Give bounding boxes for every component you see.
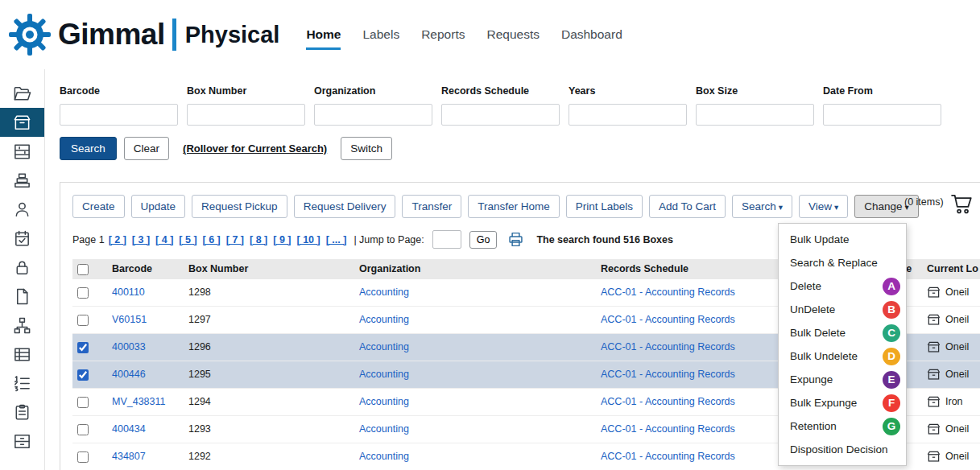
page-link-4[interactable]: [ 4 ] bbox=[155, 234, 173, 245]
sidebar-item-archive[interactable] bbox=[0, 427, 44, 456]
organization-link[interactable]: Accounting bbox=[359, 287, 409, 298]
transfer-home-button[interactable]: Transfer Home bbox=[468, 195, 560, 218]
menu-item-search-replace[interactable]: Search & Replace bbox=[779, 251, 906, 274]
select-all-header bbox=[72, 259, 107, 279]
page-link-7[interactable]: [ 7 ] bbox=[226, 234, 244, 245]
current-location-cell: Oneil bbox=[927, 279, 980, 306]
page-link-5[interactable]: [ 5 ] bbox=[179, 234, 196, 245]
records-schedule-link[interactable]: ACC-01 - Accounting Records bbox=[601, 423, 735, 435]
row-checkbox[interactable] bbox=[77, 424, 89, 435]
sidebar-item-numbering[interactable] bbox=[0, 369, 44, 398]
sidebar-item-hierarchy[interactable] bbox=[0, 311, 44, 340]
menu-item-bulk-undelete[interactable]: Bulk UndeleteD bbox=[779, 344, 906, 368]
print-labels-button[interactable]: Print Labels bbox=[566, 195, 643, 218]
barcode-link[interactable]: 400446 bbox=[112, 369, 146, 380]
nav-dashboard[interactable]: Dashboard bbox=[561, 27, 622, 50]
request-pickup-button[interactable]: Request Pickup bbox=[192, 195, 287, 218]
go-button[interactable]: Go bbox=[469, 231, 498, 249]
jump-to-page-input[interactable] bbox=[432, 230, 461, 249]
request-delivery-button[interactable]: Request Delivery bbox=[294, 195, 396, 218]
create-button[interactable]: Create bbox=[72, 195, 125, 218]
records-schedule-link[interactable]: ACC-01 - Accounting Records bbox=[601, 369, 735, 380]
records-schedule-link[interactable]: ACC-01 - Accounting Records bbox=[601, 396, 735, 407]
row-checkbox[interactable] bbox=[77, 315, 89, 326]
page-link-3[interactable]: [ 3 ] bbox=[132, 234, 150, 245]
barcode-link[interactable]: MV_438311 bbox=[112, 396, 166, 407]
sidebar-item-lists[interactable] bbox=[0, 340, 44, 369]
search-button[interactable]: Search bbox=[60, 137, 117, 160]
page-link-6[interactable]: [ 6 ] bbox=[203, 234, 221, 245]
select-all-checkbox[interactable] bbox=[77, 264, 89, 275]
date-from-input[interactable] bbox=[823, 104, 941, 126]
box-size-input[interactable] bbox=[696, 104, 814, 126]
records-schedule-input[interactable] bbox=[441, 104, 560, 126]
menu-item-bulk-expunge[interactable]: Bulk ExpungeF bbox=[779, 391, 906, 414]
box-number-input[interactable] bbox=[187, 104, 305, 126]
barcode-input[interactable] bbox=[60, 104, 178, 126]
barcode-link[interactable]: 400033 bbox=[112, 341, 146, 352]
organization-link[interactable]: Accounting bbox=[359, 341, 409, 352]
records-schedule-link[interactable]: ACC-01 - Accounting Records bbox=[601, 314, 735, 325]
page-link-8[interactable]: [ 8 ] bbox=[250, 234, 267, 245]
menu-item-delete[interactable]: DeleteA bbox=[779, 274, 906, 298]
sidebar-item-schedule[interactable] bbox=[0, 224, 44, 253]
sidebar-item-boxes[interactable] bbox=[0, 108, 44, 137]
barcode-link[interactable]: 400434 bbox=[112, 423, 146, 435]
clear-button[interactable]: Clear bbox=[124, 137, 169, 160]
view-menu-button[interactable]: View bbox=[799, 195, 848, 218]
nav-labels[interactable]: Labels bbox=[362, 27, 399, 50]
sidebar-item-users[interactable] bbox=[0, 195, 44, 224]
switch-button[interactable]: Switch bbox=[341, 137, 392, 160]
field-box-size: Box Size bbox=[696, 85, 814, 126]
organization-link[interactable]: Accounting bbox=[359, 314, 409, 325]
menu-item-expunge[interactable]: ExpungeE bbox=[779, 368, 906, 391]
nav-reports[interactable]: Reports bbox=[421, 27, 465, 50]
barcode-link[interactable]: 434807 bbox=[112, 451, 146, 462]
nav-home[interactable]: Home bbox=[306, 27, 341, 50]
organization-link[interactable]: Accounting bbox=[359, 451, 409, 462]
rollover-current-search-link[interactable]: (Rollover for Current Search) bbox=[183, 142, 327, 155]
barcode-link[interactable]: V60151 bbox=[112, 314, 147, 325]
sidebar-item-shelves[interactable] bbox=[0, 137, 44, 166]
sidebar-item-tasks[interactable] bbox=[0, 398, 44, 427]
box-number-cell: 1293 bbox=[184, 415, 354, 443]
page-link-10[interactable]: [ 10 ] bbox=[297, 234, 320, 245]
barcode-link[interactable]: 400110 bbox=[112, 287, 145, 298]
app-header: Gimmal Physical Home Labels Reports Requ… bbox=[0, 0, 980, 69]
add-to-cart-button[interactable]: Add To Cart bbox=[649, 195, 726, 218]
update-button[interactable]: Update bbox=[131, 195, 186, 218]
menu-item-bulk-delete[interactable]: Bulk DeleteC bbox=[779, 321, 906, 344]
sidebar-item-folders[interactable] bbox=[0, 79, 44, 108]
sidebar-item-documents[interactable] bbox=[0, 282, 44, 311]
search-menu-button[interactable]: Search bbox=[732, 195, 792, 218]
sidebar-item-stacks[interactable] bbox=[0, 166, 44, 195]
organization-link[interactable]: Accounting bbox=[359, 423, 409, 435]
records-schedule-link[interactable]: ACC-01 - Accounting Records bbox=[601, 287, 735, 298]
page-link-9[interactable]: [ 9 ] bbox=[273, 234, 291, 245]
years-input[interactable] bbox=[569, 104, 687, 126]
nav-requests[interactable]: Requests bbox=[486, 27, 539, 50]
printer-icon[interactable] bbox=[507, 231, 524, 248]
transfer-button[interactable]: Transfer bbox=[402, 195, 461, 218]
sidebar-item-security[interactable] bbox=[0, 253, 44, 282]
page-link-2[interactable]: [ 2 ] bbox=[109, 234, 126, 245]
page-link-more[interactable]: [ ... ] bbox=[326, 234, 347, 245]
organization-link[interactable]: Accounting bbox=[359, 396, 409, 407]
cart-icon[interactable] bbox=[949, 193, 975, 215]
row-checkbox[interactable] bbox=[77, 451, 89, 463]
records-schedule-link[interactable]: ACC-01 - Accounting Records bbox=[601, 341, 735, 352]
row-checkbox[interactable] bbox=[77, 287, 89, 299]
organization-input[interactable] bbox=[314, 104, 432, 126]
organization-link[interactable]: Accounting bbox=[359, 369, 409, 380]
current-location-cell: Oneil bbox=[927, 443, 980, 470]
menu-item-disposition-decision[interactable]: Disposition Decision bbox=[779, 438, 906, 461]
organization-header: Organization bbox=[354, 259, 596, 279]
menu-item-bulk-update[interactable]: Bulk Update bbox=[779, 228, 906, 251]
row-checkbox[interactable] bbox=[77, 342, 89, 353]
row-checkbox[interactable] bbox=[77, 397, 89, 408]
row-checkbox[interactable] bbox=[77, 369, 89, 381]
current-location-cell: Iron bbox=[927, 389, 980, 415]
records-schedule-link[interactable]: ACC-01 - Accounting Records bbox=[601, 451, 735, 462]
menu-item-retention[interactable]: RetentionG bbox=[779, 414, 906, 438]
menu-item-undelete[interactable]: UnDeleteB bbox=[779, 298, 906, 321]
